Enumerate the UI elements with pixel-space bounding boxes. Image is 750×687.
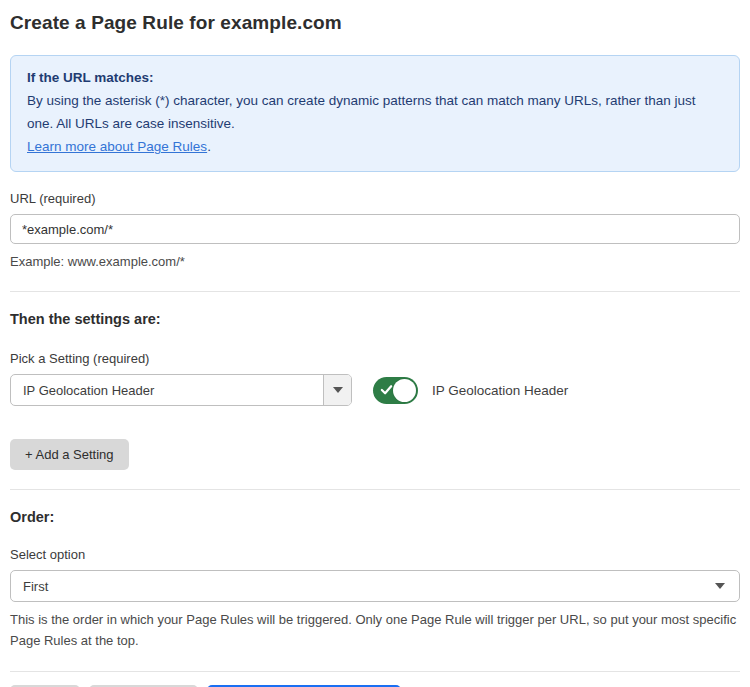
url-example-text: Example: www.example.com/* bbox=[10, 251, 740, 272]
settings-section-heading: Then the settings are: bbox=[10, 311, 740, 327]
setting-row: IP Geolocation Header IP Geolocation Hea… bbox=[10, 374, 740, 406]
setting-select-arrow-button[interactable] bbox=[323, 375, 351, 405]
learn-more-page-rules-link[interactable]: Learn more about Page Rules bbox=[27, 139, 207, 154]
ip-geolocation-toggle[interactable] bbox=[373, 377, 418, 404]
info-box-body: By using the asterisk (*) character, you… bbox=[27, 89, 723, 135]
check-icon bbox=[380, 383, 393, 396]
toggle-label: IP Geolocation Header bbox=[432, 383, 568, 398]
caret-down-icon bbox=[715, 583, 725, 589]
toggle-knob bbox=[393, 379, 416, 402]
setting-select-value: IP Geolocation Header bbox=[11, 383, 323, 398]
order-section-heading: Order: bbox=[10, 509, 740, 525]
footer-divider bbox=[10, 671, 740, 672]
caret-down-icon bbox=[333, 387, 343, 393]
url-match-info-box: If the URL matches: By using the asteris… bbox=[10, 55, 740, 172]
section-divider bbox=[10, 291, 740, 292]
pick-setting-label: Pick a Setting (required) bbox=[10, 351, 740, 366]
page-title: Create a Page Rule for example.com bbox=[10, 12, 740, 34]
section-divider bbox=[10, 489, 740, 490]
select-option-label: Select option bbox=[10, 547, 740, 562]
info-box-link-line: Learn more about Page Rules. bbox=[27, 135, 723, 158]
add-setting-button[interactable]: + Add a Setting bbox=[10, 439, 129, 470]
order-helper-text: This is the order in which your Page Rul… bbox=[10, 609, 740, 651]
link-suffix-period: . bbox=[207, 139, 211, 154]
order-select-caret-wrap bbox=[715, 583, 739, 589]
url-label: URL (required) bbox=[10, 191, 740, 206]
order-select-value: First bbox=[11, 579, 715, 594]
order-select[interactable]: First bbox=[10, 570, 740, 602]
info-box-heading: If the URL matches: bbox=[27, 66, 723, 89]
url-input[interactable] bbox=[10, 214, 740, 244]
setting-select[interactable]: IP Geolocation Header bbox=[10, 374, 352, 406]
